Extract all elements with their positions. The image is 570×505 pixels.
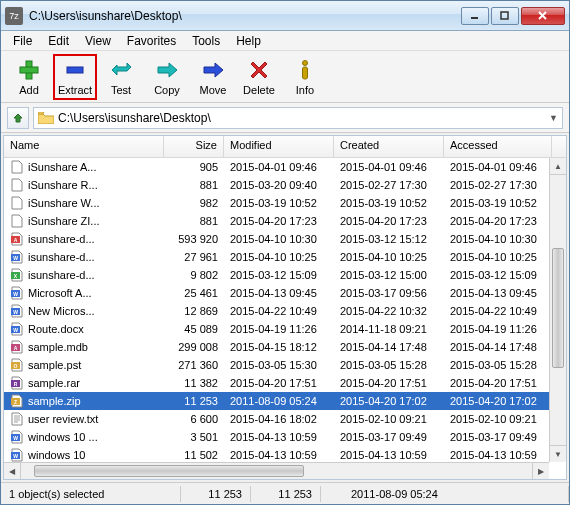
file-row[interactable]: Asample.mdb299 0082015-04-15 18:122015-0… (4, 338, 566, 356)
address-dropdown-icon[interactable]: ▼ (549, 113, 558, 123)
file-row[interactable]: Zsample.zip11 2532011-08-09 05:242015-04… (4, 392, 566, 410)
file-modified: 2015-03-19 10:52 (224, 196, 334, 210)
toolbar-add-button[interactable]: Add (7, 54, 51, 100)
file-row[interactable]: Aisunshare-d...593 9202015-04-10 10:3020… (4, 230, 566, 248)
column-modified[interactable]: Modified (224, 136, 334, 157)
menu-favorites[interactable]: Favorites (119, 32, 184, 50)
scroll-down-button[interactable]: ▼ (550, 445, 566, 462)
scroll-up-button[interactable]: ▲ (550, 158, 566, 175)
file-size: 881 (164, 214, 224, 228)
column-size[interactable]: Size (164, 136, 224, 157)
file-created: 2015-03-19 10:52 (334, 196, 444, 210)
file-list: NameSizeModifiedCreatedAccessed iSunshar… (3, 135, 567, 480)
file-row[interactable]: Rsample.rar11 3822015-04-20 17:512015-04… (4, 374, 566, 392)
status-selection: 1 object(s) selected (1, 486, 181, 502)
up-button[interactable] (7, 107, 29, 129)
file-created: 2015-04-22 10:32 (334, 304, 444, 318)
file-row[interactable]: iSunshare ZI...8812015-04-20 17:232015-0… (4, 212, 566, 230)
file-size: 9 802 (164, 268, 224, 282)
file-created: 2015-02-27 17:30 (334, 178, 444, 192)
file-row[interactable]: Xisunshare-d...9 8022015-03-12 15:092015… (4, 266, 566, 284)
file-row[interactable]: WMicrosoft A...25 4612015-04-13 09:45201… (4, 284, 566, 302)
file-size: 12 869 (164, 304, 224, 318)
file-accessed: 2015-04-01 09:46 (444, 160, 552, 174)
column-name[interactable]: Name (4, 136, 164, 157)
file-accessed: 2015-04-13 09:45 (444, 286, 552, 300)
toolbar-copy-button[interactable]: Copy (145, 54, 189, 100)
close-button[interactable] (521, 7, 565, 25)
file-row[interactable]: Wwindows 10 ...3 5012015-04-13 10:592015… (4, 428, 566, 446)
status-date: 2011-08-09 05:24 (321, 486, 569, 502)
toolbar-extract-button[interactable]: Extract (53, 54, 97, 100)
word-file-icon: W (10, 250, 24, 264)
horizontal-scrollbar[interactable]: ◀ ▶ (4, 462, 549, 479)
file-row[interactable]: iSunshare R...8812015-03-20 09:402015-02… (4, 176, 566, 194)
file-modified: 2011-08-09 05:24 (224, 394, 334, 408)
file-row[interactable]: Wisunshare-d...27 9612015-04-10 10:25201… (4, 248, 566, 266)
scroll-right-button[interactable]: ▶ (532, 463, 549, 479)
file-file-icon (10, 178, 24, 192)
file-row[interactable]: user review.txt6 6002015-04-16 18:022015… (4, 410, 566, 428)
vscroll-thumb[interactable] (552, 248, 564, 368)
plus-icon (17, 58, 41, 82)
file-accessed: 2015-04-10 10:30 (444, 232, 552, 246)
hscroll-thumb[interactable] (34, 465, 304, 477)
excel-file-icon: X (10, 268, 24, 282)
word-file-icon: W (10, 448, 24, 462)
file-name: sample.mdb (28, 341, 88, 353)
folder-icon (38, 112, 54, 124)
file-row[interactable]: iSunshare A...9052015-04-01 09:462015-04… (4, 158, 566, 176)
file-modified: 2015-04-16 18:02 (224, 412, 334, 426)
column-created[interactable]: Created (334, 136, 444, 157)
txt-file-icon (10, 412, 24, 426)
address-field[interactable]: C:\Users\isunshare\Desktop\ ▼ (33, 107, 563, 129)
file-name: Route.docx (28, 323, 84, 335)
toolbar-label: Info (296, 84, 314, 96)
menu-edit[interactable]: Edit (40, 32, 77, 50)
svg-point-7 (303, 60, 308, 65)
word-file-icon: W (10, 430, 24, 444)
file-name: Microsoft A... (28, 287, 92, 299)
toolbar-label: Copy (154, 84, 180, 96)
file-name: isunshare-d... (28, 233, 95, 245)
title-bar[interactable]: 7z C:\Users\isunshare\Desktop\ (1, 1, 569, 31)
file-row[interactable]: WNew Micros...12 8692015-04-22 10:492015… (4, 302, 566, 320)
file-listing[interactable]: iSunshare A...9052015-04-01 09:462015-04… (4, 158, 566, 479)
file-created: 2015-04-01 09:46 (334, 160, 444, 174)
file-name: user review.txt (28, 413, 98, 425)
menu-help[interactable]: Help (228, 32, 269, 50)
file-name: iSunshare A... (28, 161, 97, 173)
file-row[interactable]: WRoute.docx45 0892015-04-19 11:262014-11… (4, 320, 566, 338)
menu-view[interactable]: View (77, 32, 119, 50)
toolbar-label: Test (111, 84, 131, 96)
file-modified: 2015-04-01 09:46 (224, 160, 334, 174)
file-created: 2015-03-12 15:12 (334, 232, 444, 246)
file-row[interactable]: iSunshare W...9822015-03-19 10:522015-03… (4, 194, 566, 212)
menu-tools[interactable]: Tools (184, 32, 228, 50)
file-created: 2015-04-20 17:23 (334, 214, 444, 228)
scroll-left-button[interactable]: ◀ (4, 463, 21, 479)
svg-text:O: O (14, 363, 18, 369)
toolbar-delete-button[interactable]: Delete (237, 54, 281, 100)
window-title: C:\Users\isunshare\Desktop\ (29, 9, 461, 23)
minimize-button[interactable] (461, 7, 489, 25)
toolbar-info-button[interactable]: Info (283, 54, 327, 100)
menu-file[interactable]: File (5, 32, 40, 50)
file-name: sample.rar (28, 377, 80, 389)
toolbar-test-button[interactable]: Test (99, 54, 143, 100)
column-accessed[interactable]: Accessed (444, 136, 552, 157)
svg-rect-8 (303, 67, 308, 79)
file-modified: 2015-04-13 10:59 (224, 430, 334, 444)
file-accessed: 2015-03-19 10:52 (444, 196, 552, 210)
file-accessed: 2015-04-19 11:26 (444, 322, 552, 336)
file-row[interactable]: Osample.pst271 3602015-03-05 15:302015-0… (4, 356, 566, 374)
svg-text:Z: Z (14, 399, 17, 405)
access-file-icon: A (10, 340, 24, 354)
vertical-scrollbar[interactable]: ▲ ▼ (549, 158, 566, 462)
arrow-right-blue-icon (201, 58, 225, 82)
x-icon (247, 58, 271, 82)
file-name: sample.zip (28, 395, 81, 407)
word-file-icon: W (10, 322, 24, 336)
toolbar-move-button[interactable]: Move (191, 54, 235, 100)
maximize-button[interactable] (491, 7, 519, 25)
